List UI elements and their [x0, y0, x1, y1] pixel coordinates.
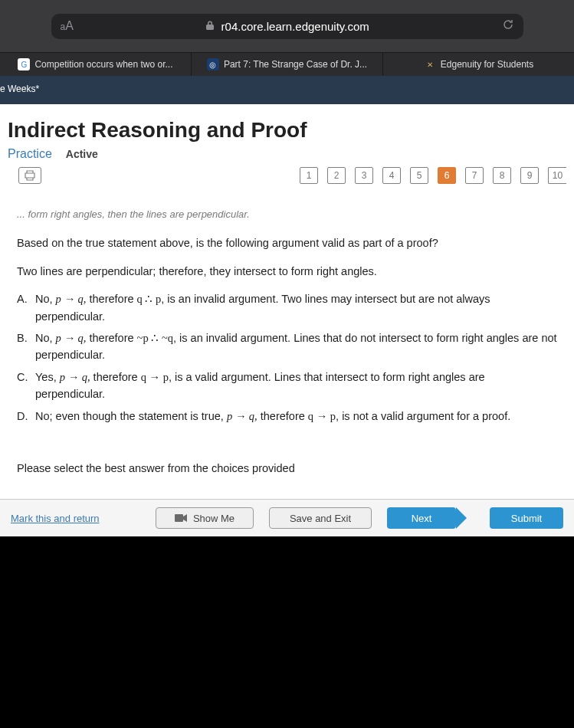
- pager-8[interactable]: 8: [493, 167, 511, 184]
- favicon-commonlit-icon: ◎: [207, 58, 219, 71]
- lock-icon: [206, 21, 214, 32]
- tab-label: Competition occurs when two or...: [34, 59, 172, 70]
- save-exit-button[interactable]: Save and Exit: [269, 507, 372, 529]
- action-bar: Mark this and return Show Me Save and Ex…: [0, 499, 574, 536]
- unit-title: Indirect Reasoning and Proof: [8, 118, 566, 143]
- argument-line: Two lines are perpendicular; therefore, …: [17, 263, 557, 280]
- pager-3[interactable]: 3: [355, 167, 373, 184]
- given-fragment: ... form right angles, then the lines ar…: [17, 207, 557, 222]
- print-button[interactable]: [18, 167, 41, 184]
- pager-4[interactable]: 4: [382, 167, 401, 184]
- tab-label: Part 7: The Strange Case of Dr. J...: [224, 59, 367, 70]
- reload-icon[interactable]: [502, 18, 514, 34]
- choice-a[interactable]: A. No, p → q, therefore q ∴ p, is an inv…: [17, 290, 557, 325]
- active-label: Active: [66, 148, 98, 160]
- video-icon: [175, 513, 187, 523]
- pager-6[interactable]: 6: [438, 167, 456, 184]
- choice-b[interactable]: B. No, p → q, therefore ~p ∴ ~q, is an i…: [17, 330, 557, 364]
- choice-c[interactable]: C. Yes, p → q, therefore q → p, is a val…: [17, 369, 557, 403]
- choice-body: No, p → q, therefore ~p ∴ ~q, is an inva…: [35, 330, 557, 364]
- show-me-button[interactable]: Show Me: [156, 507, 254, 529]
- favicon-google-icon: G: [18, 58, 30, 71]
- mark-return-link[interactable]: Mark this and return: [11, 513, 100, 524]
- show-me-label: Show Me: [193, 513, 235, 524]
- choice-letter: D.: [17, 408, 35, 425]
- question-pager: 1 2 3 4 5 6 7 8 9 10: [300, 167, 566, 184]
- next-button[interactable]: Next: [387, 507, 456, 529]
- url-text: r04.core.learn.edgenuity.com: [221, 20, 369, 33]
- browser-chrome: aA r04.core.learn.edgenuity.com: [0, 0, 574, 52]
- choice-d[interactable]: D. No; even though the statement is true…: [17, 408, 557, 425]
- pager-7[interactable]: 7: [465, 167, 484, 184]
- choice-body: Yes, p → q, therefore q → p, is a valid …: [35, 369, 557, 403]
- pager-5[interactable]: 5: [410, 167, 428, 184]
- choice-letter: A.: [17, 290, 35, 325]
- pager-9[interactable]: 9: [520, 167, 539, 184]
- question-content: ... form right angles, then the lines ar…: [0, 196, 574, 499]
- svg-rect-0: [175, 514, 183, 522]
- tab-label: Edgenuity for Students: [441, 59, 533, 70]
- course-strip: e Weeks*: [0, 76, 574, 104]
- address-bar[interactable]: aA r04.core.learn.edgenuity.com: [51, 14, 523, 39]
- tab-edgenuity[interactable]: ✕ Edgenuity for Students: [383, 53, 574, 76]
- practice-label: Practice: [8, 147, 52, 161]
- tab-bar: G Competition occurs when two or... ◎ Pa…: [0, 52, 574, 76]
- tab-part7[interactable]: ◎ Part 7: The Strange Case of Dr. J...: [192, 53, 383, 76]
- printer-icon: [24, 170, 36, 181]
- pager-10[interactable]: 10: [548, 167, 566, 184]
- answer-choices: A. No, p → q, therefore q ∴ p, is an inv…: [17, 290, 557, 425]
- pager-1[interactable]: 1: [300, 167, 318, 184]
- empty-space: [0, 536, 574, 728]
- unit-header: Indirect Reasoning and Proof Practice Ac…: [0, 104, 574, 196]
- choice-letter: B.: [17, 330, 35, 364]
- tab-competition[interactable]: G Competition occurs when two or...: [0, 53, 192, 76]
- weeks-label: e Weeks*: [0, 76, 574, 94]
- instruction-line: Please select the best answer from the c…: [17, 460, 557, 477]
- font-size-control[interactable]: aA: [61, 19, 74, 33]
- choice-body: No; even though the statement is true, p…: [35, 408, 557, 425]
- favicon-edgenuity-icon: ✕: [424, 58, 436, 71]
- choice-body: No, p → q, therefore q ∴ p, is an invali…: [35, 290, 557, 325]
- pager-2[interactable]: 2: [327, 167, 346, 184]
- submit-button[interactable]: Submit: [490, 507, 563, 529]
- choice-letter: C.: [17, 369, 35, 403]
- question-stem: Based on the true statement above, is th…: [17, 234, 557, 251]
